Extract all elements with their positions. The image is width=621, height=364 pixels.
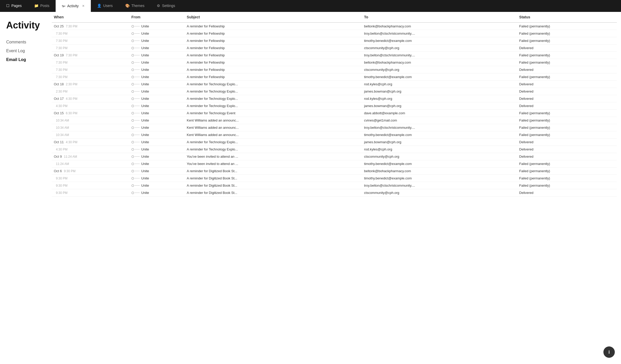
table-row[interactable]: Oct 17 4:30 PM Unite A reminder for Tech… <box>52 95 617 102</box>
subject-text: A reminder for Technology Explo... <box>187 97 264 101</box>
date-label: Oct 19 <box>54 53 64 57</box>
cell-when: 9:30 PM <box>52 182 129 189</box>
cell-when: 9:30 PM <box>52 189 129 196</box>
table-row[interactable]: 7:30 PM Unite A reminder for Fellowship … <box>52 37 617 44</box>
table-row[interactable]: 10:34 AM Unite Kent Williams added an an… <box>52 124 617 131</box>
table-row[interactable]: 9:30 PM Unite A reminder for Digitized B… <box>52 182 617 189</box>
cell-status: Delivered <box>517 139 617 146</box>
table-row[interactable]: 7:30 PM Unite A reminder for Fellowship … <box>52 44 617 52</box>
posts-icon: 📁 <box>34 4 39 8</box>
table-row[interactable]: Oct 9 11:24 AM Unite You've been invited… <box>52 153 617 160</box>
cell-subject: A reminder for Fellowship <box>185 30 362 37</box>
cell-when: 7:30 PM <box>52 30 129 37</box>
from-label: Unite <box>141 111 149 115</box>
table-row[interactable]: Oct 18 2:30 PM Unite A reminder for Tech… <box>52 81 617 88</box>
pages-icon: ☐ <box>6 4 10 8</box>
sidebar-item-comments[interactable]: Comments <box>6 39 46 46</box>
tab-activity-close[interactable]: ✕ <box>82 4 85 8</box>
table-row[interactable]: 7:30 PM Unite A reminder for Fellowship … <box>52 30 617 37</box>
cell-from: Unite <box>129 124 185 131</box>
cell-subject: A reminder for Technology Explo... <box>185 88 362 95</box>
table-row[interactable]: 2:30 PM Unite A reminder for Technology … <box>52 88 617 95</box>
cell-status: Failed (permanently) <box>517 160 617 168</box>
cell-from: Unite <box>129 175 185 182</box>
cell-from: Unite <box>129 182 185 189</box>
tab-themes[interactable]: 🎨 Themes <box>119 0 151 12</box>
cell-status: Failed (permanently) <box>517 52 617 59</box>
cell-when: 10:34 AM <box>52 124 129 131</box>
time-label: 10:34 AM <box>56 133 69 137</box>
cell-from: Unite <box>129 30 185 37</box>
table-row[interactable]: 11:24 AM Unite You've been invited to at… <box>52 160 617 168</box>
to-text: rod.kyles@cph.org <box>364 97 431 101</box>
cell-to: dave.abbott@example.com <box>362 110 517 117</box>
subject-text: A reminder for Fellowship <box>187 46 264 50</box>
time-label: 4:30 PM <box>56 104 68 108</box>
from-label: Unite <box>141 46 149 50</box>
time-label: 7:30 PM <box>56 61 68 64</box>
cell-when: Oct 17 4:30 PM <box>52 95 129 102</box>
table-row[interactable]: Oct 11 4:30 PM Unite A reminder for Tech… <box>52 139 617 146</box>
tab-activity[interactable]: Activity ✕ <box>56 0 91 12</box>
cell-subject: A reminder for Digitized Book St... <box>185 189 362 196</box>
time-label: 7:30 PM <box>56 68 68 72</box>
users-icon: 👤 <box>97 4 101 8</box>
from-label: Unite <box>141 97 149 101</box>
time-label: 4:30 PM <box>66 140 77 144</box>
table-row[interactable]: 4:30 PM Unite A reminder for Technology … <box>52 102 617 110</box>
date-label: Oct 6 <box>54 169 62 173</box>
cell-to: ctscommunity@cph.org <box>362 66 517 73</box>
tab-posts[interactable]: 📁 Posts <box>28 0 56 12</box>
to-text: troy.belton@ctschristcommunity.... <box>364 184 431 187</box>
time-label: 11:24 AM <box>56 162 69 166</box>
table-row[interactable]: 10:34 AM Unite Kent Williams added an an… <box>52 117 617 124</box>
date-label: Oct 18 <box>54 82 64 86</box>
table-row[interactable]: Oct 15 6:30 PM Unite A reminder for Tech… <box>52 110 617 117</box>
cell-from: Unite <box>129 95 185 102</box>
cell-to: james.bowman@cph.org <box>362 88 517 95</box>
cell-from: Unite <box>129 139 185 146</box>
cell-when: Oct 11 4:30 PM <box>52 139 129 146</box>
date-label: Oct 9 <box>54 155 62 158</box>
from-label: Unite <box>141 133 149 137</box>
tab-users[interactable]: 👤 Users <box>91 0 119 12</box>
cell-to: rod.kyles@cph.org <box>362 146 517 153</box>
sidebar-item-email-log[interactable]: Email Log <box>6 56 46 63</box>
from-label: Unite <box>141 53 149 57</box>
table-row[interactable]: 7:30 PM Unite A reminder for Fellowship … <box>52 59 617 66</box>
table-row[interactable]: 9:30 PM Unite A reminder for Digitized B… <box>52 175 617 182</box>
cell-status: Failed (permanently) <box>517 182 617 189</box>
cell-to: beltonk@bohackpharmacy.com <box>362 59 517 66</box>
table-row[interactable]: 4:30 PM Unite A reminder for Technology … <box>52 146 617 153</box>
time-label: 7:30 PM <box>56 75 68 79</box>
time-label: 7:30 PM <box>66 25 77 28</box>
table-row[interactable]: 7:30 PM Unite A reminder for Fellowship … <box>52 66 617 73</box>
tab-settings[interactable]: ⚙ Settings <box>151 0 181 12</box>
table-row[interactable]: Oct 6 9:30 PM Unite A reminder for Digit… <box>52 168 617 175</box>
to-text: ctscommunity@cph.org <box>364 191 431 195</box>
time-label: 9:30 PM <box>56 177 68 180</box>
cell-from: Unite <box>129 44 185 52</box>
table-row[interactable]: 10:34 AM Unite Kent Williams added an an… <box>52 131 617 139</box>
email-log-table: When From Subject To Status Oct 25 7:30 … <box>52 12 617 196</box>
to-text: ctscommunity@cph.org <box>364 68 431 72</box>
cell-subject: A reminder for Fellowship <box>185 37 362 44</box>
from-label: Unite <box>141 75 149 79</box>
info-button[interactable]: i <box>603 346 615 358</box>
cell-when: Oct 19 7:30 PM <box>52 52 129 59</box>
cell-subject: A reminder for Fellowship <box>185 52 362 59</box>
cell-from: Unite <box>129 168 185 175</box>
subject-text: A reminder for Digitized Book St... <box>187 176 264 180</box>
table-row[interactable]: Oct 25 7:30 PM Unite A reminder for Fell… <box>52 22 617 30</box>
tab-pages[interactable]: ☐ Pages <box>0 0 28 12</box>
sidebar-item-event-log[interactable]: Event Log <box>6 48 46 54</box>
table-row[interactable]: Oct 19 7:30 PM Unite A reminder for Fell… <box>52 52 617 59</box>
table-row[interactable]: 9:30 PM Unite A reminder for Digitized B… <box>52 189 617 196</box>
from-label: Unite <box>141 140 149 144</box>
sidebar-nav: Comments Event Log Email Log <box>6 39 46 63</box>
time-label: 9:30 PM <box>64 169 76 173</box>
cell-subject: A reminder for Technology Explo... <box>185 146 362 153</box>
cell-subject: A reminder for Fellowship <box>185 73 362 81</box>
table-row[interactable]: 7:30 PM Unite A reminder for Fellowship … <box>52 73 617 81</box>
cell-from: Unite <box>129 102 185 110</box>
